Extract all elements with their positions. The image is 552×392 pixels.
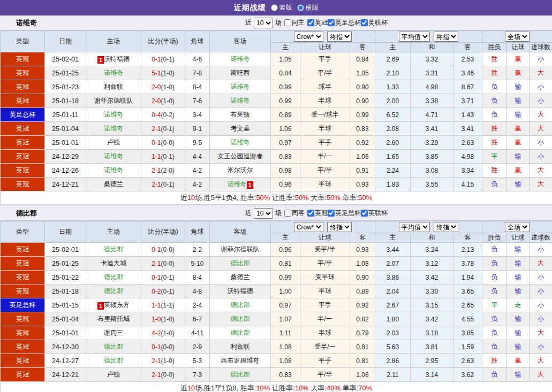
home-team: 诺维奇 <box>86 150 141 164</box>
league-checkbox[interactable] <box>361 19 368 26</box>
league-checkbox[interactable] <box>361 210 368 217</box>
odds-stage-select[interactable]: 终指 <box>327 222 352 232</box>
match-row: 英冠24-12-29诺维奇1-1(0-1)4-4女王公园巡游者0.83半/一1.… <box>1 150 552 164</box>
summary-value: 50% <box>327 194 341 202</box>
sub-header: 进球数 <box>530 43 552 52</box>
summary-row: 近10场,胜1平1负8, 胜率:10% 让胜率:10% 大率:40% 单率:70… <box>1 382 552 392</box>
league-filter-2[interactable]: 英足总杯 <box>328 209 361 218</box>
odds-home: 0.96 <box>271 178 300 191</box>
halftime-score: (0-1) <box>161 288 175 295</box>
team-results-section: 诺维奇 近 10 场 同主 英冠英足总杯英联杯 类型 <box>0 16 552 205</box>
home-team: 谢菲尔德联队 <box>86 94 141 108</box>
recent-count-select[interactable]: 10 <box>254 18 273 28</box>
same-side-checkbox[interactable] <box>284 19 291 26</box>
result-goals: 大 <box>530 108 552 122</box>
match-date: 25-01-18 <box>45 285 86 298</box>
league-filter-1[interactable]: 英冠 <box>307 18 328 27</box>
odds-home: 0.97 <box>271 136 300 150</box>
away-team: 布莱顿 <box>210 108 271 122</box>
avg-home: 2.67 <box>375 298 411 312</box>
scope-select[interactable]: 全场 <box>505 222 530 232</box>
match-score: 5-1(1-0) <box>141 66 185 80</box>
odds-away: 0.83 <box>350 122 375 136</box>
result-outcome: 负 <box>482 80 507 94</box>
horizontal-layout-radio[interactable] <box>297 4 304 11</box>
away-team: 德比郡 <box>210 326 271 340</box>
result-goals: 大 <box>530 257 552 271</box>
avg-source-select[interactable]: 平均值 <box>399 222 430 232</box>
home-team: 德比郡 <box>86 285 141 298</box>
match-row: 英冠25-01-04诺维奇2-1(0-1)9-1考文垂1.06半球0.832.0… <box>1 122 552 136</box>
layout-option-horizontal[interactable]: 横版 <box>297 3 319 12</box>
league-filter-3[interactable]: 英联杯 <box>361 209 388 218</box>
odds-home: 1.08 <box>271 340 300 354</box>
odds-home: 0.97 <box>271 298 300 312</box>
avg-draw: 4.71 <box>411 108 453 122</box>
fulltime-score: 0-1 <box>152 139 161 147</box>
away-team: 德比郡 <box>210 257 271 271</box>
sub-header: 和 <box>411 233 453 243</box>
league-filter-1[interactable]: 英冠 <box>307 209 328 218</box>
same-side-filter[interactable]: 同主 <box>284 18 305 27</box>
league-checkbox[interactable] <box>307 19 314 26</box>
home-team: 德比郡 <box>86 354 141 368</box>
fulltime-score: 2-0 <box>152 83 161 91</box>
result-handicap: 输 <box>507 80 530 94</box>
sub-header: 和 <box>411 43 453 52</box>
recent-count-select[interactable]: 10 <box>254 208 273 219</box>
result-outcome: 胜 <box>482 164 507 178</box>
same-side-filter[interactable]: 同客 <box>284 209 305 218</box>
odds-away: 0.84 <box>350 52 375 66</box>
league-filter-3[interactable]: 英联杯 <box>361 18 388 27</box>
odds-home: 0.96 <box>271 243 300 257</box>
avg-home: 2.07 <box>375 257 411 271</box>
layout-option-vertical[interactable]: 竖版 <box>271 3 292 12</box>
scope-select[interactable]: 全场 <box>505 32 530 42</box>
result-handicap: 赢 <box>507 136 530 150</box>
same-side-checkbox[interactable] <box>284 210 291 217</box>
match-row: 英冠25-01-01卢顿0-1(0-0)9-5诺维奇0.97平手0.922.60… <box>1 136 552 150</box>
odds-stage-select[interactable]: 终指 <box>327 32 352 42</box>
league-checkbox[interactable] <box>307 210 314 217</box>
avg-stage-select[interactable]: 终指 <box>434 32 458 42</box>
result-goals: 大 <box>530 326 552 340</box>
match-row: 英冠25-01-18德比郡0-2(0-1)4-8沃特福德1.00半球0.892.… <box>1 285 552 298</box>
odds-source-select[interactable]: Crow* <box>294 222 323 232</box>
away-team-name: 诺维奇 <box>231 97 250 104</box>
match-type-badge: 英冠 <box>1 340 45 354</box>
league-checkbox[interactable] <box>328 210 335 217</box>
odds-handicap: 受半球 <box>300 271 350 285</box>
odds-away: 0.93 <box>350 178 375 191</box>
match-row: 英冠25-01-23利兹联2-0(1-0)8-4诺维奇0.99球半0.901.3… <box>1 80 552 94</box>
home-team-name: 诺维奇 <box>104 111 123 118</box>
corner-score: 7-6 <box>185 94 210 108</box>
fulltime-score: 2-1 <box>152 357 161 365</box>
odds-away: 0.92 <box>350 298 375 312</box>
sub-header: 主 <box>271 43 300 52</box>
odds-handicap: 半球 <box>300 122 350 136</box>
odds-source-select[interactable]: Crow* <box>294 32 323 42</box>
team-name: 德比郡 <box>16 206 37 220</box>
sub-header: 主 <box>375 233 411 243</box>
league-filter-2[interactable]: 英足总杯 <box>328 18 361 27</box>
home-team-name: 桑德兰 <box>104 180 123 188</box>
away-team-name: 考文垂 <box>231 125 250 132</box>
corner-score: 8-4 <box>185 271 210 285</box>
summary-text: 让胜率: <box>270 194 294 202</box>
match-row: 英足总杯25-01-11诺维奇0-4(0-2)3-4布莱顿0.89受一/球半0.… <box>1 108 552 122</box>
avg-source-select[interactable]: 平均值 <box>399 32 430 42</box>
vertical-layout-radio[interactable] <box>271 4 278 11</box>
fulltime-score: 4-2 <box>152 329 161 337</box>
odds-home: 1.06 <box>271 122 300 136</box>
match-type-badge: 英冠 <box>1 271 45 285</box>
match-score: 2-1(0-1) <box>141 178 185 191</box>
halftime-score: (0-1) <box>161 181 175 188</box>
avg-home: 5.63 <box>375 340 411 354</box>
avg-group-header: 平均值 终指 <box>375 31 482 43</box>
league-checkbox[interactable] <box>328 19 335 26</box>
result-outcome: 负 <box>482 368 507 382</box>
corner-score: 4-6 <box>185 52 210 66</box>
fulltime-score: 5-1 <box>152 70 161 77</box>
avg-stage-select[interactable]: 终指 <box>434 222 458 232</box>
match-type-badge: 英冠 <box>1 368 45 382</box>
